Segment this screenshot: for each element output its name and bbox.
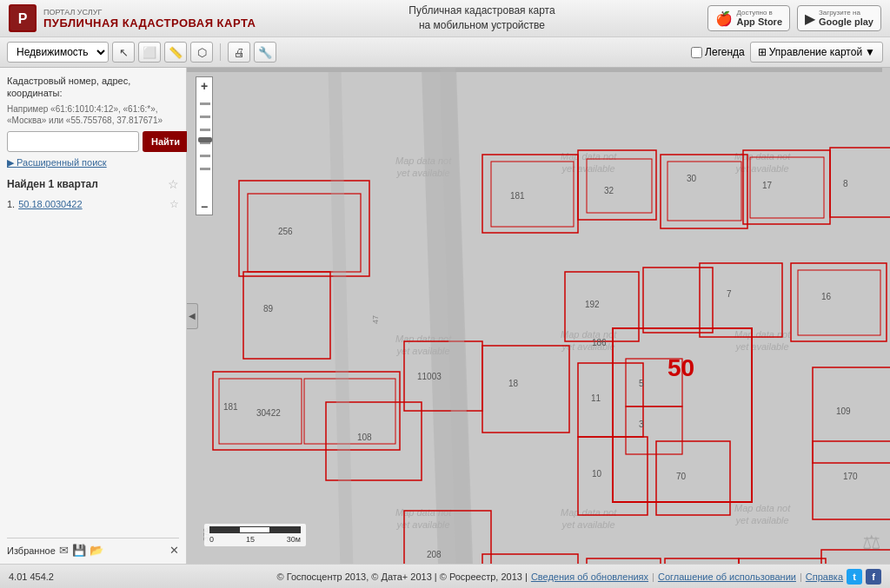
footer-link-agreement[interactable]: Соглашение об использовании bbox=[658, 571, 796, 582]
footer: 4.01 454.2 © Госпосцентр 2013, © Дата+ 2… bbox=[0, 564, 890, 588]
zoom-in-btn[interactable]: + bbox=[196, 76, 213, 94]
google-play-badge[interactable]: ▶ Загрузите на Google play bbox=[797, 5, 881, 32]
parcel-label-17: 17 bbox=[762, 181, 772, 190]
parcel-label-170: 170 bbox=[843, 472, 858, 481]
cursor-tool-btn[interactable]: ↖ bbox=[112, 42, 135, 63]
scale-label-0: 0 bbox=[209, 535, 214, 544]
favorites-envelope-icon[interactable]: ✉ bbox=[59, 544, 69, 557]
svg-rect-6 bbox=[578, 150, 656, 220]
zoom-handle[interactable] bbox=[198, 137, 212, 142]
zoom-tick bbox=[200, 116, 210, 118]
svg-rect-37 bbox=[578, 437, 648, 515]
svg-rect-21 bbox=[798, 270, 880, 335]
search-button[interactable]: Найти bbox=[143, 131, 189, 152]
map-unavailable-10: Map data notyet available bbox=[561, 506, 616, 532]
legend-toggle[interactable]: Легенда bbox=[691, 46, 745, 58]
svg-rect-25 bbox=[404, 341, 482, 411]
svg-rect-11 bbox=[750, 157, 824, 218]
center-line1: Публичная кадастровая карта bbox=[408, 3, 555, 18]
favorites-save-icon[interactable]: 💾 bbox=[72, 544, 86, 557]
svg-rect-26 bbox=[482, 346, 569, 433]
svg-rect-20 bbox=[791, 263, 887, 341]
svg-rect-42 bbox=[404, 511, 491, 564]
footer-link-updates[interactable]: Сведения об обновлениях bbox=[531, 571, 648, 582]
main: Кадастровый номер, адрес, координаты: На… bbox=[0, 68, 890, 564]
toolbar-sep1 bbox=[220, 43, 221, 61]
result-link[interactable]: 50.18.0030422 bbox=[18, 199, 82, 209]
parcel-label-30422: 30422 bbox=[256, 408, 281, 418]
main-title: ПУБЛИЧНАЯ КАДАСТРОВАЯ КАРТА bbox=[43, 17, 256, 30]
print-btn[interactable]: 🖨 bbox=[228, 42, 250, 63]
map-canvas[interactable]: Map data notyet available Map data notye… bbox=[187, 68, 890, 564]
svg-rect-34 bbox=[813, 367, 890, 463]
header-left: Р ПОРТАЛ УСЛУГ ПУБЛИЧНАЯ КАДАСТРОВАЯ КАР… bbox=[9, 4, 256, 32]
parcel-label-50-large: 50 bbox=[668, 354, 694, 382]
apple-icon: 🍎 bbox=[715, 10, 733, 27]
svg-rect-24 bbox=[613, 328, 752, 502]
map-unavailable-7: Map data notyet available bbox=[734, 328, 790, 353]
measure-area-btn[interactable]: ⬡ bbox=[190, 42, 213, 63]
parcel-label-18: 18 bbox=[508, 379, 518, 388]
parcels-svg: 47 376 bbox=[187, 68, 890, 564]
legend-checkbox-input[interactable] bbox=[691, 47, 702, 58]
scale-label-15: 15 bbox=[246, 535, 255, 544]
manage-map-grid-icon: ⊞ bbox=[758, 46, 767, 58]
favorites-open-icon[interactable]: 📂 bbox=[90, 544, 103, 557]
svg-rect-33 bbox=[626, 406, 682, 454]
footer-link-help[interactable]: Справка bbox=[806, 571, 843, 582]
measure-line-btn[interactable]: 📏 bbox=[164, 42, 187, 63]
svg-rect-46 bbox=[739, 558, 826, 564]
scale-labels: 0 15 30м bbox=[209, 535, 301, 544]
parcel-label-89: 89 bbox=[263, 304, 273, 314]
favorites-close-icon[interactable]: ✕ bbox=[169, 544, 179, 557]
map-zoom-controls: + − bbox=[196, 76, 213, 215]
svg-rect-5 bbox=[491, 162, 574, 227]
map-container[interactable]: Map data notyet available Map data notye… bbox=[187, 68, 890, 564]
logo-icon: Р bbox=[9, 4, 37, 32]
footer-copyright: © Госпосцентр 2013, © Дата+ 2013 | © Рос… bbox=[277, 571, 528, 582]
svg-rect-28 bbox=[213, 372, 400, 450]
svg-rect-16 bbox=[243, 272, 330, 359]
svg-rect-44 bbox=[587, 558, 661, 564]
info-btn[interactable]: 🔧 bbox=[254, 42, 276, 63]
scale-bar: 0 15 30м bbox=[204, 524, 306, 546]
select-rect-btn[interactable]: ⬜ bbox=[138, 42, 161, 63]
facebook-icon[interactable]: f bbox=[866, 569, 881, 585]
parcel-label-30: 30 bbox=[687, 174, 696, 183]
svg-rect-7 bbox=[587, 159, 652, 213]
sidebar-favorites: Избранное ✉ 💾 📂 ✕ bbox=[7, 538, 179, 557]
search-row: Найти bbox=[7, 131, 179, 152]
manage-map-btn[interactable]: ⊞ Управление картой ▼ bbox=[750, 42, 883, 63]
footer-coords: 4.01 454.2 bbox=[9, 571, 54, 582]
parcel-label-7: 7 bbox=[727, 289, 732, 299]
app-store-badge[interactable]: 🍎 Доступно в App Store bbox=[707, 5, 790, 32]
twitter-icon[interactable]: t bbox=[847, 569, 862, 585]
svg-rect-30 bbox=[304, 379, 395, 444]
parcel-label-181: 181 bbox=[510, 191, 525, 201]
found-star-icon[interactable]: ☆ bbox=[168, 177, 179, 191]
svg-rect-10 bbox=[743, 150, 830, 224]
svg-rect-38 bbox=[656, 441, 730, 515]
legend-label: Легенда bbox=[705, 46, 745, 58]
search-input[interactable] bbox=[7, 131, 139, 152]
svg-rect-29 bbox=[219, 379, 302, 444]
parcel-label-10: 10 bbox=[592, 469, 601, 479]
android-icon: ▶ bbox=[805, 10, 815, 27]
parcel-label-11: 11 bbox=[591, 393, 601, 403]
sidebar-toggle-btn[interactable]: ◀ bbox=[187, 303, 198, 329]
svg-rect-17 bbox=[565, 272, 639, 341]
layer-select[interactable]: Недвижимость Территории Границы bbox=[7, 42, 109, 63]
parcel-label-8: 8 bbox=[843, 179, 848, 188]
svg-rect-9 bbox=[668, 162, 741, 221]
scale-label-30: 30м bbox=[287, 535, 301, 544]
header-center: Публичная кадастровая карта на мобильном… bbox=[408, 3, 555, 33]
zoom-tick bbox=[200, 129, 210, 131]
zoom-out-btn[interactable]: − bbox=[196, 198, 213, 215]
map-unavailable-11: Map data notyet available bbox=[734, 502, 790, 527]
scale-line bbox=[209, 526, 301, 533]
center-line2: на мобильном устройстве bbox=[408, 18, 555, 33]
svg-rect-4 bbox=[482, 155, 578, 233]
result-star-icon[interactable]: ☆ bbox=[169, 198, 179, 210]
svg-rect-31 bbox=[326, 402, 422, 480]
advanced-search-link[interactable]: ▶ Расширенный поиск bbox=[7, 157, 179, 168]
